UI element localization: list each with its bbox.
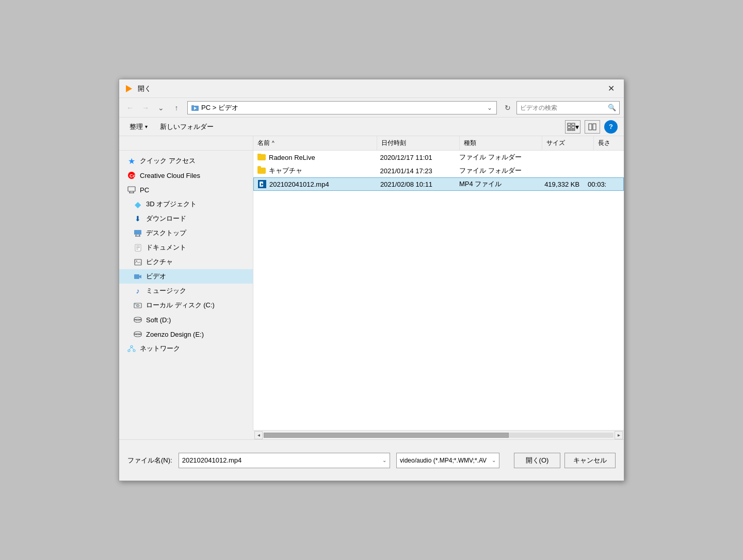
col-header-name[interactable]: 名前 ^ bbox=[253, 136, 377, 150]
filename-label: ファイル名(N): bbox=[127, 456, 172, 465]
file-type-cell: ファイル フォルダー bbox=[455, 153, 535, 162]
app-icon bbox=[124, 84, 134, 93]
search-box: 🔍 bbox=[516, 101, 620, 114]
3d-objects-icon: ◆ bbox=[134, 200, 142, 208]
filename-input-wrapper: ⌄ bbox=[179, 453, 390, 468]
organize-button[interactable]: 整理 ▾ bbox=[125, 120, 152, 134]
forward-button[interactable]: → bbox=[139, 101, 152, 114]
sidebar-item-network[interactable]: ネットワーク bbox=[119, 341, 253, 356]
file-type-cell: MP4 ファイル bbox=[455, 179, 534, 189]
sort-arrow: ^ bbox=[272, 140, 274, 146]
svg-rect-10 bbox=[589, 124, 592, 130]
search-input[interactable] bbox=[520, 104, 608, 111]
col-header-date[interactable]: 日付時刻 bbox=[377, 136, 460, 150]
filetype-select[interactable]: video/audio (*.MP4;*.WMV;*.AV ⌄ bbox=[396, 453, 499, 468]
svg-text:Cc: Cc bbox=[130, 173, 136, 178]
filetype-text: video/audio (*.MP4;*.WMV;*.AV bbox=[400, 457, 492, 464]
svg-line-45 bbox=[129, 348, 132, 350]
svg-rect-33 bbox=[135, 304, 136, 305]
up-button[interactable]: ↑ bbox=[170, 101, 183, 114]
main-area: ★ クイック アクセス Cc Creative Cloud Files bbox=[119, 151, 624, 430]
music-icon: ♪ bbox=[134, 287, 142, 295]
scroll-left-button[interactable]: ◂ bbox=[254, 431, 263, 439]
sidebar-item-music[interactable]: ♪ ミュージック bbox=[119, 284, 253, 298]
sidebar-item-creative-cloud[interactable]: Cc Creative Cloud Files bbox=[119, 168, 253, 183]
file-name-cell: キャプチャ bbox=[253, 166, 376, 175]
svg-rect-2 bbox=[191, 105, 194, 106]
svg-point-43 bbox=[128, 350, 130, 352]
svg-rect-18 bbox=[134, 230, 141, 235]
open-button[interactable]: 開く(O) bbox=[514, 453, 560, 468]
sidebar-item-videos[interactable]: ビデオ bbox=[119, 269, 253, 284]
table-row[interactable]: 202102041012.mp4 2021/02/08 10:11 MP4 ファ… bbox=[253, 177, 624, 191]
file-date-cell: 2021/01/14 17:23 bbox=[376, 167, 456, 175]
scroll-thumb[interactable] bbox=[264, 433, 509, 438]
svg-marker-0 bbox=[126, 85, 132, 92]
file-size-cell: 419,332 KB bbox=[534, 180, 584, 188]
sidebar-item-pc[interactable]: PC bbox=[119, 183, 253, 197]
folder-icon bbox=[257, 154, 266, 160]
scroll-right-button[interactable]: ▸ bbox=[615, 431, 623, 439]
sidebar-item-documents[interactable]: ドキュメント bbox=[119, 240, 253, 255]
file-list: Radeon ReLive 2020/12/17 11:01 ファイル フォルダ… bbox=[253, 151, 624, 430]
file-date-cell: 2021/02/08 10:11 bbox=[376, 180, 455, 188]
desktop-icon bbox=[134, 229, 142, 237]
new-folder-button[interactable]: 新しいフォルダー bbox=[156, 120, 218, 134]
organize-dropdown-arrow: ▾ bbox=[145, 124, 148, 129]
svg-point-44 bbox=[133, 350, 135, 352]
video-file-icon bbox=[258, 180, 266, 188]
address-dropdown-button[interactable]: ⌄ bbox=[486, 104, 493, 111]
table-row[interactable]: キャプチャ 2021/01/14 17:23 ファイル フォルダー bbox=[253, 164, 624, 177]
filename-dropdown-arrow[interactable]: ⌄ bbox=[382, 457, 386, 463]
table-row[interactable]: Radeon ReLive 2020/12/17 11:01 ファイル フォルダ… bbox=[253, 151, 624, 164]
svg-marker-29 bbox=[139, 275, 141, 278]
sidebar-item-desktop[interactable]: デスクトップ bbox=[119, 226, 253, 240]
filename-input[interactable] bbox=[182, 456, 382, 464]
open-dialog: 開く ✕ ← → ⌄ ↑ PC > ビデオ ⌄ ↻ 🔍 bbox=[119, 79, 624, 481]
creative-cloud-icon: Cc bbox=[127, 171, 136, 179]
sidebar-item-zoenzo-e[interactable]: Zoenzo Design (E:) bbox=[119, 327, 253, 341]
title-bar: 開く ✕ bbox=[119, 79, 624, 98]
pictures-icon bbox=[134, 258, 142, 266]
view-options-button[interactable]: ▾ bbox=[565, 120, 580, 134]
file-name-cell: Radeon ReLive bbox=[253, 154, 376, 161]
svg-rect-5 bbox=[572, 123, 575, 125]
svg-rect-9 bbox=[572, 129, 575, 130]
path-icon bbox=[191, 104, 199, 112]
close-button[interactable]: ✕ bbox=[603, 81, 619, 96]
col-header-size[interactable]: サイズ bbox=[542, 136, 594, 150]
documents-icon bbox=[134, 243, 142, 252]
sidebar-item-pictures[interactable]: ピクチャ bbox=[119, 255, 253, 269]
cancel-button[interactable]: キャンセル bbox=[564, 453, 616, 468]
bottom-bar: ファイル名(N): ⌄ video/audio (*.MP4;*.WMV;*.A… bbox=[119, 439, 624, 481]
sidebar-item-local-disk-c[interactable]: ローカル ディスク (C:) bbox=[119, 298, 253, 312]
nav-dropdown-button[interactable]: ⌄ bbox=[154, 101, 168, 114]
help-button[interactable]: ? bbox=[604, 120, 618, 134]
svg-rect-6 bbox=[568, 126, 571, 128]
col-header-length[interactable]: 長さ bbox=[594, 136, 624, 150]
sidebar-item-soft-d[interactable]: Soft (D:) bbox=[119, 312, 253, 327]
address-bar: PC > ビデオ ⌄ bbox=[187, 101, 497, 114]
sidebar-item-quick-access[interactable]: ★ クイック アクセス bbox=[119, 154, 253, 168]
col-header-type[interactable]: 種類 bbox=[460, 136, 542, 150]
file-type-cell: ファイル フォルダー bbox=[455, 166, 535, 175]
refresh-button[interactable]: ↻ bbox=[501, 101, 514, 114]
pc-icon bbox=[127, 186, 136, 194]
search-button[interactable]: 🔍 bbox=[608, 104, 616, 111]
filetype-dropdown-arrow: ⌄ bbox=[492, 457, 496, 463]
pane-button[interactable] bbox=[585, 120, 600, 134]
address-text: PC > ビデオ bbox=[201, 103, 484, 112]
toolbar: 整理 ▾ 新しいフォルダー ▾ ? bbox=[119, 118, 624, 136]
svg-line-46 bbox=[132, 348, 134, 350]
sidebar-item-3d-objects[interactable]: ◆ 3D オブジェクト bbox=[119, 197, 253, 211]
sidebar-item-downloads[interactable]: ⬇ ダウンロード bbox=[119, 211, 253, 226]
file-date-cell: 2020/12/17 11:01 bbox=[376, 154, 456, 161]
quick-access-icon: ★ bbox=[127, 157, 136, 165]
horizontal-scrollbar[interactable]: ◂ ▸ bbox=[253, 430, 624, 439]
scroll-track bbox=[264, 433, 613, 438]
svg-rect-11 bbox=[593, 124, 596, 130]
svg-point-42 bbox=[131, 345, 133, 348]
back-button[interactable]: ← bbox=[123, 101, 137, 114]
videos-icon bbox=[134, 272, 142, 281]
view-dropdown-arrow: ▾ bbox=[575, 123, 579, 131]
